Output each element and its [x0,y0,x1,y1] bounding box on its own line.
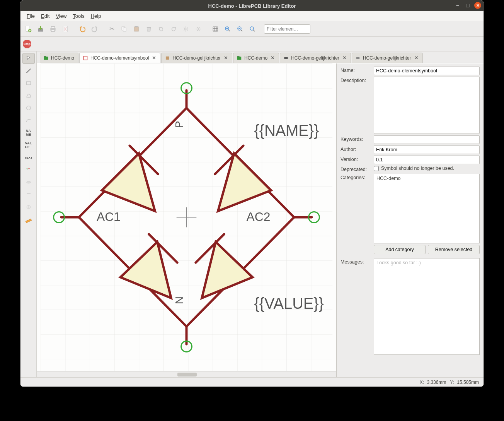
select-tool[interactable] [22,53,35,64]
categories-label: Categories: [341,174,371,180]
text-tool[interactable]: TEXT [22,152,35,163]
undo-button[interactable] [77,24,88,34]
author-input[interactable] [374,145,480,154]
target-tool[interactable] [22,202,35,212]
status-x-label: X: [420,380,424,385]
hole-tool[interactable] [22,177,35,188]
version-label: Version: [341,156,371,162]
schematic-canvas[interactable]: P N AC1 AC2 {{NAME}} {{VALUE}} [37,63,336,371]
tab-2[interactable]: HCC-demo-gelijkrichter✕ [161,53,232,63]
tab-close-button[interactable]: ✕ [151,55,156,61]
status-bar: X: 3.336mm Y: 15.505mm [20,377,484,387]
name-tool[interactable]: NAME [22,127,35,138]
description-input[interactable] [374,77,480,134]
messages-box: Looks good so far :-) [374,258,480,355]
rotate-ccw-button[interactable] [156,24,167,34]
tab-4[interactable]: HCC-demo-gelijkrichter✕ [280,53,351,63]
categories-list[interactable]: HCC-demo [374,174,480,243]
add-category-button[interactable]: Add category [374,245,426,254]
tab-label: HCC-demo [51,55,74,61]
grid-button[interactable] [210,24,221,34]
svg-rect-5 [51,30,54,31]
svg-rect-27 [237,56,242,60]
polygon-tool[interactable] [22,90,35,101]
arc-tool[interactable] [22,115,35,126]
menu-view[interactable]: View [53,12,70,20]
version-input[interactable] [374,156,480,164]
svg-rect-22 [26,219,31,223]
save-button[interactable] [35,24,46,34]
tab-label: HCC-demo [244,55,267,61]
value-tool[interactable]: VALUE [22,140,35,151]
tab-close-button[interactable]: ✕ [223,55,228,61]
circle-tool[interactable] [22,103,35,113]
status-y-value: 15.505mm [457,380,479,385]
title-bar: HCC-demo - LibrePCB Library Editor – □ ✕ [20,0,484,11]
name-input[interactable] [374,67,480,75]
tab-close-button[interactable]: ✕ [342,55,347,61]
tab-label: HCC-demo-gelijkrichter [291,55,339,61]
tool-palette: NAME VALUE TEXT [20,51,37,377]
svg-point-17 [27,168,28,169]
print-button[interactable] [48,24,58,34]
tab-5[interactable]: HCC-demo-gelijkrichter✕ [352,53,423,63]
svg-rect-4 [51,26,54,28]
editor: HCC-demoHCC-demo-elementsymbool✕HCC-demo… [37,51,484,377]
messages-label: Messages: [341,258,371,265]
pin-tool[interactable] [22,164,35,175]
abort-button[interactable]: Stop [23,40,31,48]
pin-label-ac2: AC2 [247,210,271,224]
svg-rect-29 [284,57,288,59]
svg-rect-25 [83,56,87,60]
paste-button[interactable] [131,24,142,34]
tab-close-button[interactable]: ✕ [414,55,419,61]
properties-panel: Name: Description: Keywords: Author: [337,63,484,377]
line-tool[interactable] [22,65,35,76]
app-window: HCC-demo - LibrePCB Library Editor – □ ✕… [20,0,484,387]
remove-selected-button[interactable]: Remove selected [428,245,480,254]
keywords-input[interactable] [374,135,480,144]
filter-input[interactable] [264,24,310,34]
window-title: HCC-demo - LibrePCB Library Editor [208,3,296,9]
svg-rect-26 [166,56,169,59]
delete-button[interactable] [143,24,154,34]
pad-tool[interactable] [22,189,35,200]
zoom-out-button[interactable] [235,24,245,34]
tab-close-button[interactable]: ✕ [270,55,275,61]
menu-edit[interactable]: Edit [38,12,53,20]
tab-1[interactable]: HCC-demo-elementsymbool✕ [79,53,160,63]
tab-3[interactable]: HCC-demo✕ [233,53,279,63]
deprecated-label: Deprecated: [341,166,371,172]
deprecated-checkbox[interactable] [374,166,379,171]
mirror-v-button[interactable] [193,24,204,34]
window-minimize-button[interactable]: – [454,2,461,9]
tab-icon [283,55,289,61]
tab-0[interactable]: HCC-demo [40,53,78,63]
mirror-h-button[interactable] [180,24,191,34]
window-close-button[interactable]: ✕ [474,2,481,9]
zoom-fit-button[interactable] [247,24,258,34]
menu-help[interactable]: Help [88,12,104,20]
rotate-cw-button[interactable] [168,24,179,34]
rect-tool[interactable] [22,78,35,89]
menu-tools[interactable]: Tools [70,12,87,20]
svg-rect-20 [27,193,31,194]
measure-tool[interactable] [22,214,35,225]
redo-button[interactable] [89,24,100,34]
value-placeholder: {{VALUE}} [254,295,324,312]
menu-file[interactable]: File [24,12,38,20]
export-pdf-button[interactable] [60,24,71,34]
secondary-toolbar: Stop [20,37,484,51]
deprecated-text: Symbol should no longer be used. [381,166,454,171]
status-x-value: 3.336mm [427,380,446,385]
description-label: Description: [341,77,371,83]
svg-rect-11 [147,27,151,27]
tab-icon [43,55,49,61]
horizontal-scrollbar[interactable] [37,371,336,377]
cut-button[interactable]: ✂ [106,24,117,34]
window-maximize-button[interactable]: □ [464,2,471,9]
copy-button[interactable] [119,24,129,34]
zoom-in-button[interactable] [222,24,233,34]
svg-rect-23 [44,56,48,60]
new-button[interactable] [23,24,34,34]
